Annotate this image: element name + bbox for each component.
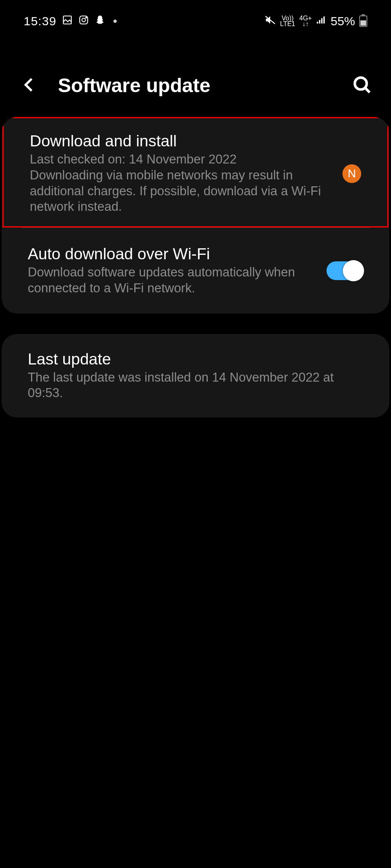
svg-point-3 xyxy=(86,17,87,18)
battery-icon xyxy=(359,15,367,27)
snapchat-icon xyxy=(95,14,105,28)
status-bar: 15:39 Vo)) LTE1 4G+ ↓↑ 55% xyxy=(0,0,391,33)
highlight-download-install: Download and install Last checked on: 14… xyxy=(2,117,389,227)
svg-line-10 xyxy=(365,88,369,92)
network-type: 4G+ ↓↑ xyxy=(299,15,312,27)
gallery-icon xyxy=(62,14,73,28)
auto-download-toggle[interactable] xyxy=(327,261,363,280)
svg-rect-6 xyxy=(319,20,320,24)
svg-point-2 xyxy=(82,18,86,22)
last-update-row[interactable]: Last update The last update was installe… xyxy=(2,334,389,418)
instagram-icon xyxy=(78,14,89,28)
signal-icon xyxy=(316,14,327,28)
page-header: Software update xyxy=(0,33,391,109)
status-time: 15:39 xyxy=(24,14,56,28)
last-update-title: Last update xyxy=(28,350,363,368)
last-update-desc: The last update was installed on 14 Nove… xyxy=(28,370,363,402)
more-notifications-dot xyxy=(113,20,117,23)
search-icon[interactable] xyxy=(352,75,375,97)
svg-rect-5 xyxy=(317,22,318,23)
download-and-install-row[interactable]: Download and install Last checked on: 14… xyxy=(4,118,387,226)
mute-icon xyxy=(264,14,276,29)
svg-point-9 xyxy=(355,77,367,89)
battery-percentage: 55% xyxy=(331,14,355,28)
settings-card-1: Download and install Last checked on: 14… xyxy=(2,117,389,314)
volte-indicator: Vo)) LTE1 xyxy=(280,15,295,27)
new-badge: N xyxy=(342,164,361,183)
svg-rect-7 xyxy=(321,18,322,24)
auto-download-title: Auto download over Wi-Fi xyxy=(28,245,318,263)
auto-download-desc: Download software updates automatically … xyxy=(28,265,318,296)
svg-rect-8 xyxy=(323,16,324,23)
download-install-title: Download and install xyxy=(30,132,334,150)
settings-card-2: Last update The last update was installe… xyxy=(2,334,389,418)
back-icon[interactable] xyxy=(20,76,38,95)
download-install-desc1: Last checked on: 14 November 2022 xyxy=(30,152,334,168)
download-install-desc2: Downloading via mobile networks may resu… xyxy=(30,168,334,215)
auto-download-row[interactable]: Auto download over Wi-Fi Download softwa… xyxy=(2,228,389,314)
page-title: Software update xyxy=(58,74,352,97)
